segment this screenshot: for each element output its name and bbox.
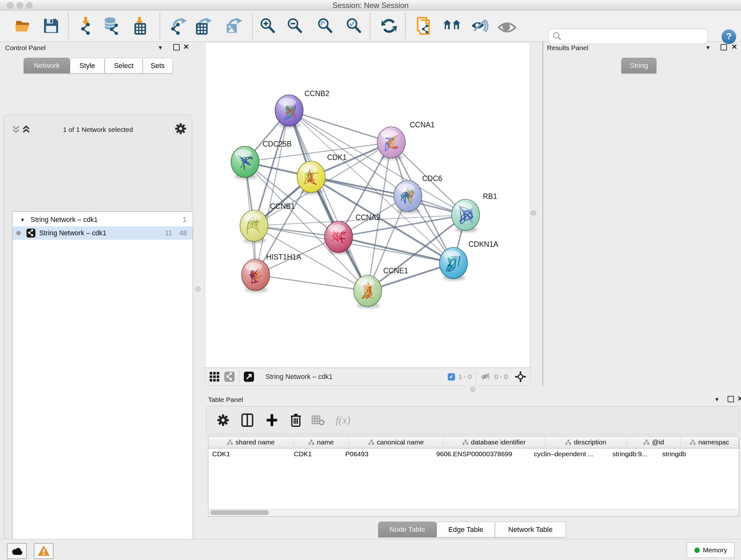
column-header--id[interactable]: @id — [627, 436, 681, 448]
tab-sets[interactable]: Sets — [143, 58, 173, 73]
zoom-out-button[interactable] — [284, 15, 306, 37]
status-bar: Memory — [0, 539, 741, 560]
refresh-network-button[interactable] — [379, 15, 400, 37]
network-node-rb1[interactable]: RB1 — [452, 192, 497, 233]
table-panel-close-icon[interactable]: ✕ — [737, 395, 741, 403]
network-edge[interactable] — [339, 237, 454, 263]
table-cell[interactable]: CDK1 — [208, 449, 290, 459]
import-table-button[interactable] — [130, 15, 151, 37]
zoom-fit-button[interactable] — [315, 15, 336, 37]
network-edge[interactable] — [289, 111, 391, 142]
results-panel-float-icon[interactable] — [721, 44, 727, 51]
tab-style[interactable]: Style — [70, 58, 105, 73]
warning-button[interactable] — [34, 543, 54, 559]
duplicate-network-button[interactable] — [414, 15, 434, 37]
results-panel-close-icon[interactable]: ✕ — [731, 43, 737, 51]
table-cell[interactable]: 9606.ENSP00000378699 — [432, 449, 530, 459]
column-header-name[interactable]: name — [294, 436, 349, 448]
open-session-button[interactable] — [13, 15, 34, 37]
table-toolbar: f(x) — [206, 406, 740, 434]
memory-button[interactable]: Memory — [687, 543, 735, 558]
table-hscrollbar-thumb[interactable] — [210, 510, 269, 515]
network-node-ccne1[interactable]: CCNE1 — [354, 266, 408, 308]
table-panel-title: Table Panel — [208, 396, 243, 403]
export-image-button[interactable] — [223, 15, 244, 37]
column-header-canonical-name[interactable]: canonical name — [349, 436, 444, 448]
network-node-ccnb1[interactable]: CCNB1 — [240, 202, 295, 243]
network-canvas[interactable]: CCNB2 CCNA1 CDC25B CDK1 CDC6 RB1 CCNB1 — [205, 42, 530, 368]
node-label: CDKN1A — [468, 240, 498, 248]
table-columns-icon[interactable] — [239, 411, 256, 430]
network-edge[interactable] — [256, 275, 367, 291]
network-view-title: String Network – cdk1 — [266, 373, 333, 381]
table-add-icon[interactable] — [263, 411, 281, 430]
node-label: HIST1H1A — [266, 253, 301, 261]
node-label: RB1 — [483, 192, 497, 200]
tab-select[interactable]: Select — [105, 58, 143, 73]
export-table-button[interactable] — [193, 15, 214, 37]
network-collection-row[interactable]: ▼ String Network – cdk1 1 — [12, 213, 193, 226]
tab-string[interactable]: String — [621, 58, 657, 73]
network-options-gear-icon[interactable] — [175, 123, 186, 134]
node-label: CDC25B — [263, 140, 292, 148]
column-header-database-identifier[interactable]: database identifier — [444, 436, 545, 448]
export-network-button[interactable] — [168, 15, 189, 37]
selected-checkbox-icon[interactable]: ✔ — [448, 373, 455, 381]
tree-expander-icon[interactable]: ▼ — [20, 217, 25, 223]
table-body: CDK1CDK1P064939606.ENSP00000378699cyclin… — [208, 449, 739, 459]
cloud-button[interactable] — [7, 543, 27, 559]
table-delete-disabled-icon — [309, 411, 327, 430]
table-gear-icon[interactable] — [214, 411, 232, 430]
table-panel-float-icon[interactable] — [728, 396, 734, 402]
column-header-namespac[interactable]: namespac — [681, 436, 739, 448]
control-panel-float-icon[interactable] — [173, 44, 180, 51]
table-panel-collapse-icon[interactable]: ▼ — [714, 396, 720, 403]
table-cell[interactable]: CDK1 — [290, 449, 341, 459]
node-label: CDK1 — [327, 153, 347, 162]
network-node-cdkn1a[interactable]: CDKN1A — [440, 240, 498, 281]
node-count: 11 — [165, 229, 172, 237]
tab-node-table[interactable]: Node Table — [378, 522, 436, 537]
hide-unhide-button[interactable] — [469, 15, 490, 37]
table-hscrollbar[interactable] — [208, 509, 739, 516]
fit-selected-crosshair-icon[interactable] — [515, 371, 526, 382]
toolbar-separator — [68, 13, 69, 39]
tab-edge-table[interactable]: Edge Table — [436, 522, 495, 537]
table-trash-icon[interactable] — [287, 411, 305, 430]
search-input[interactable] — [562, 32, 708, 41]
column-header-description[interactable]: description — [545, 436, 627, 448]
table-cell[interactable]: P06493 — [341, 449, 432, 459]
main-toolbar: ? — [0, 10, 741, 42]
network-node-hist1h1a[interactable]: HIST1H1A — [242, 253, 301, 293]
bottom-splitter-handle[interactable] — [470, 387, 475, 392]
column-header-shared-name[interactable]: shared name — [208, 436, 294, 448]
network-row-selected[interactable]: String Network – cdk1 11 48 — [12, 226, 193, 240]
right-splitter-handle[interactable] — [531, 210, 536, 215]
zoom-in-button[interactable] — [257, 15, 278, 37]
toolbar-separator — [370, 13, 370, 39]
table-cell[interactable]: stringdb:9... — [609, 449, 658, 459]
results-panel-collapse-icon[interactable]: ▼ — [705, 45, 711, 51]
open-in-new-icon[interactable] — [244, 372, 254, 382]
network-share-icon[interactable] — [224, 372, 234, 382]
preview-eye-icon[interactable] — [498, 18, 516, 37]
control-panel-collapse-icon[interactable]: ▼ — [158, 45, 163, 51]
left-splitter-handle[interactable] — [195, 287, 201, 292]
control-panel-close-icon[interactable]: ✕ — [183, 43, 189, 51]
table-row[interactable]: CDK1CDK1P064939606.ENSP00000378699cyclin… — [208, 449, 739, 459]
network-node-ccna1[interactable]: CCNA1 — [377, 121, 434, 160]
tab-network-table[interactable]: Network Table — [495, 522, 566, 537]
import-database-button[interactable] — [101, 15, 122, 37]
tab-network[interactable]: Network — [23, 58, 70, 73]
zoom-selected-button[interactable] — [343, 15, 364, 37]
network-edge[interactable] — [289, 111, 367, 291]
import-network-button[interactable] — [77, 15, 98, 37]
node-label: CCNA1 — [410, 121, 434, 129]
grid-view-icon[interactable] — [210, 372, 219, 381]
table-cell[interactable]: cyclin–dependent ... — [530, 449, 609, 459]
string-home-button[interactable] — [441, 15, 462, 37]
toolbar-separator — [252, 13, 253, 39]
table-cell[interactable]: stringdb — [658, 449, 713, 459]
network-selected-status: 1 of 1 Network selected — [4, 126, 192, 133]
save-session-button[interactable] — [41, 15, 62, 37]
